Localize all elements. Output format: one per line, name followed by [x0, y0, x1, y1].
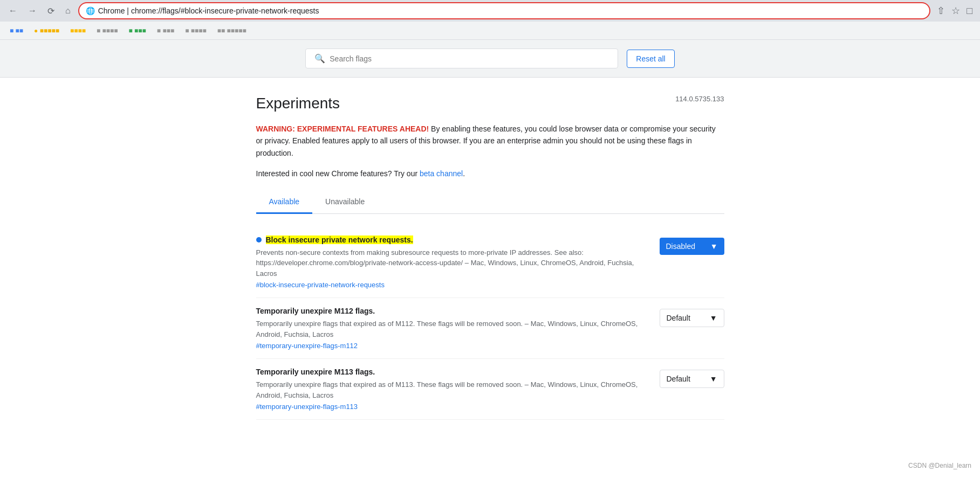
address-bar[interactable]: 🌐 Chrome | chrome://flags/#block-insecur… — [78, 2, 930, 19]
bookmark-1[interactable]: ■ ■■ — [6, 26, 26, 36]
bookmark-8[interactable]: ■■ ■■■■■ — [214, 26, 250, 36]
search-input[interactable] — [330, 54, 609, 63]
url-prefix: Chrome | chrome://flags/ — [98, 6, 181, 15]
bookmark-5[interactable]: ■ ■■■ — [125, 26, 149, 36]
flag-select-label-3: Default — [667, 375, 690, 383]
flag-desc-unexpire-m112: Temporarily unexpire flags that expired … — [256, 318, 647, 340]
warning-red-text: WARNING: EXPERIMENTAL FEATURES AHEAD! — [256, 124, 429, 133]
flag-select-block-insecure[interactable]: Disabled ▼ — [660, 238, 724, 255]
tab-available[interactable]: Available — [256, 191, 313, 214]
flag-info-unexpire-m112: Temporarily unexpire M112 flags. Tempora… — [256, 307, 660, 350]
flag-info-unexpire-m113: Temporarily unexpire M113 flags. Tempora… — [256, 368, 660, 411]
site-info-icon: 🌐 — [86, 6, 95, 15]
version-text: 114.0.5735.133 — [675, 95, 724, 103]
chevron-down-icon: ▼ — [710, 242, 718, 251]
bookmark-6[interactable]: ■ ■■■ — [154, 26, 177, 36]
flag-title-block-insecure: Block insecure private network requests. — [266, 235, 413, 244]
flag-title-unexpire-m113: Temporarily unexpire M113 flags. — [256, 368, 375, 376]
beta-channel-link[interactable]: beta channel — [420, 169, 463, 178]
main-content: Experiments 114.0.5735.133 WARNING: EXPE… — [248, 78, 733, 437]
beta-intro-text: Interested in cool new Chrome features? … — [256, 169, 420, 178]
flag-select-label: Disabled — [666, 242, 695, 251]
flag-select-label-2: Default — [667, 314, 690, 322]
flag-anchor-block-insecure[interactable]: #block-insecure-private-network-requests — [256, 281, 647, 289]
flag-item-unexpire-m112: Temporarily unexpire M112 flags. Tempora… — [256, 298, 724, 359]
watermark: CSDN @Denial_learn — [908, 462, 971, 469]
flag-select-unexpire-m113[interactable]: Default ▼ — [660, 370, 724, 388]
page-title: Experiments — [256, 95, 340, 112]
flag-desc-unexpire-m113: Temporarily unexpire flags that expired … — [256, 379, 647, 400]
flag-title-row-2: Temporarily unexpire M112 flags. — [256, 307, 647, 315]
flag-control-block-insecure: Disabled ▼ — [660, 238, 724, 255]
bookmark-3[interactable]: ■■■■ — [67, 26, 89, 36]
flag-info-block-insecure: Block insecure private network requests.… — [256, 235, 660, 289]
forward-button[interactable]: → — [25, 4, 40, 18]
search-icon: 🔍 — [314, 53, 325, 64]
beta-outro-text: . — [463, 169, 465, 178]
address-bar-text: Chrome | chrome://flags/#block-insecure-… — [98, 6, 923, 15]
chevron-down-icon-2: ▼ — [710, 314, 717, 322]
bookmark-button[interactable]: ☆ — [949, 3, 962, 19]
flag-dot-1 — [256, 237, 262, 243]
flag-title-unexpire-m112: Temporarily unexpire M112 flags. — [256, 307, 375, 315]
back-button[interactable]: ← — [5, 4, 20, 18]
flag-select-unexpire-m112[interactable]: Default ▼ — [660, 309, 724, 327]
bookmark-7[interactable]: ■ ■■■■ — [182, 26, 210, 36]
bookmark-2[interactable]: ● ■■■■■ — [31, 26, 63, 36]
flag-desc-block-insecure: Prevents non-secure contexts from making… — [256, 247, 647, 279]
tabs-row: Available Unavailable — [256, 191, 724, 214]
bookmarks-bar: ■ ■■ ● ■■■■■ ■■■■ ■ ■■■■ ■ ■■■ ■ ■■■ ■ ■… — [0, 22, 980, 40]
reload-button[interactable]: ⟳ — [44, 4, 58, 18]
flag-control-unexpire-m112: Default ▼ — [660, 309, 724, 327]
flag-control-unexpire-m113: Default ▼ — [660, 370, 724, 388]
maximize-button[interactable]: □ — [964, 3, 975, 19]
chevron-down-icon-3: ▼ — [710, 375, 717, 383]
tab-unavailable[interactable]: Unavailable — [312, 191, 378, 214]
flag-item-block-insecure: Block insecure private network requests.… — [256, 227, 724, 299]
home-button[interactable]: ⌂ — [62, 4, 74, 18]
reset-all-button[interactable]: Reset all — [627, 50, 674, 68]
share-button[interactable]: ⇧ — [935, 3, 947, 19]
url-hash: #block-insecure-private-network-requests — [181, 6, 319, 15]
bookmark-4[interactable]: ■ ■■■■ — [93, 26, 121, 36]
flag-item-unexpire-m113: Temporarily unexpire M113 flags. Tempora… — [256, 359, 724, 420]
flag-anchor-unexpire-m112[interactable]: #temporary-unexpire-flags-m112 — [256, 342, 647, 350]
experiments-header: Experiments 114.0.5735.133 — [256, 95, 724, 112]
flag-title-row-3: Temporarily unexpire M113 flags. — [256, 368, 647, 376]
search-bar-container: 🔍 — [305, 49, 618, 68]
warning-box: WARNING: EXPERIMENTAL FEATURES AHEAD! By… — [256, 123, 724, 180]
flags-header: 🔍 Reset all — [0, 40, 980, 78]
flag-anchor-unexpire-m113[interactable]: #temporary-unexpire-flags-m113 — [256, 403, 647, 411]
flag-title-row-1: Block insecure private network requests. — [256, 235, 647, 244]
